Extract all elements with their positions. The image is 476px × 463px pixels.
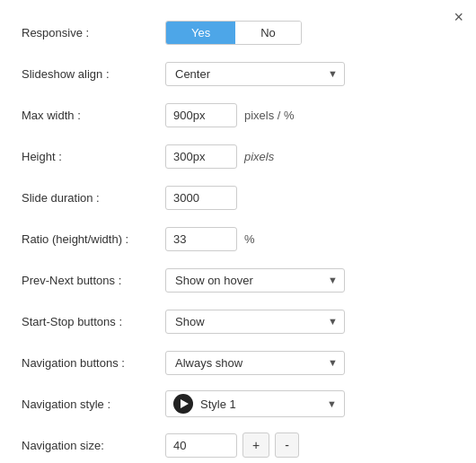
navigation-size-plus-button[interactable]: + — [242, 432, 269, 458]
prev-next-select[interactable]: Show on hover Always show Hide — [165, 268, 345, 293]
slideshow-align-select-wrap: Center Left Right ▼ — [165, 62, 345, 86]
navigation-size-label: Navigation size: — [22, 439, 165, 452]
navigation-buttons-select-wrap: Always show Show on hover Hide ▼ — [165, 351, 345, 375]
navigation-style-select[interactable]: Style 1 ▼ — [165, 390, 345, 417]
ratio-unit: % — [244, 232, 255, 246]
slideshow-align-row: Slideshow align : Center Left Right ▼ — [22, 59, 454, 88]
slide-duration-row: Slide duration : — [22, 183, 454, 212]
responsive-row: Responsive : Yes No — [22, 18, 454, 47]
ratio-input[interactable] — [165, 227, 237, 251]
responsive-toggle: Yes No — [165, 21, 302, 45]
ratio-label: Ratio (height/width) : — [22, 232, 165, 246]
navigation-style-label: Navigation style : — [22, 397, 165, 411]
navigation-style-arrow-icon: ▼ — [327, 398, 337, 409]
responsive-yes-button[interactable]: Yes — [166, 22, 235, 44]
navigation-buttons-row: Navigation buttons : Always show Show on… — [22, 348, 454, 377]
ratio-row: Ratio (height/width) : % — [22, 224, 454, 253]
height-input[interactable] — [165, 144, 237, 169]
max-width-unit: pixels / % — [244, 109, 295, 122]
navigation-buttons-select[interactable]: Always show Show on hover Hide — [165, 351, 345, 375]
dialog: × Responsive : Yes No Slideshow align : … — [0, 0, 476, 463]
height-unit: pixels — [244, 150, 274, 163]
play-icon — [173, 394, 193, 414]
slide-duration-label: Slide duration : — [22, 191, 165, 205]
responsive-no-button[interactable]: No — [235, 22, 301, 44]
slideshow-align-select[interactable]: Center Left Right — [165, 62, 345, 86]
navigation-size-input[interactable] — [165, 433, 237, 458]
start-stop-select-wrap: Show Hide ▼ — [165, 310, 345, 334]
slideshow-align-label: Slideshow align : — [22, 67, 165, 81]
max-width-label: Max width : — [22, 109, 165, 122]
start-stop-label: Start-Stop buttons : — [22, 315, 165, 328]
prev-next-label: Prev-Next buttons : — [22, 274, 165, 287]
navigation-size-minus-button[interactable]: - — [275, 432, 299, 458]
height-row: Height : pixels — [22, 142, 454, 170]
prev-next-row: Prev-Next buttons : Show on hover Always… — [22, 266, 454, 294]
responsive-label: Responsive : — [22, 26, 165, 39]
navigation-size-row: Navigation size: + - — [22, 431, 454, 459]
start-stop-row: Start-Stop buttons : Show Hide ▼ — [22, 307, 454, 336]
prev-next-select-wrap: Show on hover Always show Hide ▼ — [165, 268, 345, 293]
start-stop-select[interactable]: Show Hide — [165, 310, 345, 334]
navigation-style-value: Style 1 — [200, 397, 320, 411]
max-width-input[interactable] — [165, 103, 237, 127]
close-button[interactable]: × — [454, 9, 463, 25]
height-label: Height : — [22, 150, 165, 163]
navigation-style-row: Navigation style : Style 1 ▼ — [22, 389, 454, 418]
max-width-row: Max width : pixels / % — [22, 100, 454, 129]
navigation-buttons-label: Navigation buttons : — [22, 356, 165, 370]
slide-duration-input[interactable] — [165, 186, 237, 210]
